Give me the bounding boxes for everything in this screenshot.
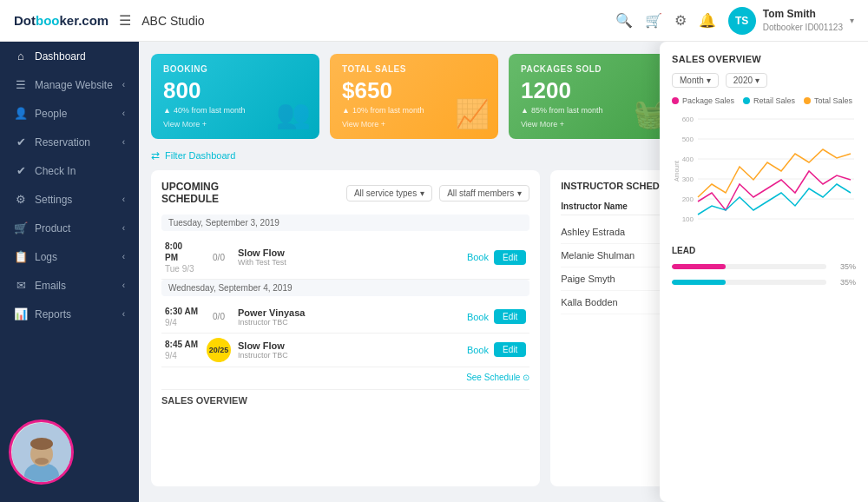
- sales-chart: 600 500 400 300 200 100 Amount: [672, 110, 856, 235]
- edit-button[interactable]: Edit: [494, 250, 526, 265]
- edit-button[interactable]: Edit: [494, 309, 526, 324]
- manage-website-icon: ☰: [14, 78, 28, 91]
- sidebar-item-settings[interactable]: ⚙ Settings ‹: [0, 185, 139, 214]
- book-button[interactable]: Book: [467, 345, 489, 355]
- settings-icon[interactable]: ⚙: [674, 12, 687, 29]
- sidebar-item-product[interactable]: 🛒 Product ‹: [0, 214, 139, 242]
- chevron-down-icon: ▾: [517, 188, 522, 198]
- reservation-icon: ✔: [14, 135, 28, 149]
- service-type-filter[interactable]: All service types ▾: [346, 185, 432, 201]
- stat-card-sales: TOTAL SALES $650 ▲ 10% from last month V…: [330, 54, 498, 139]
- progress-bar-bg: [672, 264, 826, 269]
- sidebar-item-label: Dashboard: [35, 50, 86, 63]
- svg-text:300: 300: [682, 175, 694, 183]
- date-section-2: Wednesday, September 4, 2019: [161, 280, 529, 296]
- reports-icon: 📊: [14, 307, 28, 320]
- schedule-item: 6:30 AM9/4 0/0 Power Vinyasa Instructor …: [161, 301, 529, 334]
- schedule-filters: All service types ▾ All staff members ▾: [346, 185, 529, 201]
- chevron-icon: ‹: [122, 223, 125, 233]
- sidebar-item-logs[interactable]: 📋 Logs ‹: [0, 242, 139, 271]
- soc-filters: Month ▾ 2020 ▾: [672, 73, 856, 88]
- schedule-class: Slow Flow Instructor TBC: [238, 340, 460, 360]
- edit-button[interactable]: Edit: [494, 342, 526, 357]
- filter-icon: ⇄: [151, 149, 160, 162]
- sidebar-item-label: Reports: [35, 308, 71, 320]
- stat-card-packages: PACKAGES SOLD 1200 ▲ 85% from last month…: [509, 54, 677, 139]
- cart-icon[interactable]: 🛒: [645, 12, 662, 29]
- search-icon[interactable]: 🔍: [615, 12, 633, 29]
- year-filter[interactable]: 2020 ▾: [726, 73, 767, 88]
- sales-overview-card: SALES OVERVIEW Month ▾ 2020 ▾ Package Sa…: [660, 42, 868, 502]
- svg-text:200: 200: [682, 195, 694, 203]
- chevron-icon: ‹: [122, 137, 125, 147]
- sidebar-item-check-in[interactable]: ✔ Check In: [0, 156, 139, 185]
- chevron-down-icon: ▾: [850, 16, 854, 25]
- legend-retail-sales: Retail Sales: [743, 96, 795, 105]
- legend-package-sales: Package Sales: [672, 96, 734, 105]
- arrow-up-icon: ▲: [521, 106, 529, 115]
- schedule-time: 8:45 AM9/4: [165, 339, 200, 361]
- sidebar-item-dashboard[interactable]: ⌂ Dashboard: [0, 42, 139, 70]
- sidebar-profile: [9, 419, 74, 485]
- svg-text:100: 100: [682, 215, 694, 223]
- chevron-icon: ‹: [122, 80, 125, 89]
- people-icon: 👤: [14, 107, 28, 120]
- book-button[interactable]: Book: [467, 252, 489, 262]
- notifications-icon[interactable]: 🔔: [699, 12, 716, 29]
- schedule-class: Slow Flow With Test Test: [238, 248, 460, 267]
- see-schedule-link[interactable]: See Schedule ⊙: [161, 373, 529, 382]
- dashboard-icon: ⌂: [14, 50, 28, 63]
- schedule-title: UPCOMINGSCHEDULE: [161, 181, 219, 206]
- book-button[interactable]: Book: [467, 312, 489, 322]
- app-header: Dotbooker.com ☰ ABC Studio 🔍 🛒 ⚙ 🔔 TS To…: [0, 0, 868, 42]
- schedule-capacity: 0/0: [207, 312, 231, 321]
- sidebar-item-people[interactable]: 👤 People ‹: [0, 99, 139, 128]
- studio-name: ABC Studio: [141, 14, 615, 28]
- user-menu[interactable]: TS Tom Smith Dotbooker ID001123 ▾: [728, 7, 854, 35]
- schedule-header: UPCOMINGSCHEDULE All service types ▾ All…: [161, 181, 529, 206]
- svg-point-4: [30, 438, 53, 450]
- sidebar-item-label: Reservation: [35, 136, 90, 149]
- schedule-time: 6:30 AM9/4: [165, 306, 200, 328]
- progress-label: LEAD: [672, 246, 856, 255]
- staff-filter[interactable]: All staff members ▾: [439, 185, 529, 201]
- progress-pct: 35%: [832, 262, 856, 271]
- sidebar-item-reservation[interactable]: ✔ Reservation ‹: [0, 128, 139, 156]
- filter-label: Filter Dashboard: [165, 150, 235, 161]
- chevron-down-icon: ▾: [755, 76, 760, 85]
- progress-fill-blue: [672, 280, 726, 285]
- schedule-actions: Book Edit: [467, 250, 526, 265]
- chevron-icon: ‹: [122, 195, 125, 204]
- sales-label: TOTAL SALES: [342, 64, 486, 74]
- sidebar-item-label: Logs: [35, 251, 57, 263]
- booking-label: BOOKING: [163, 64, 307, 74]
- chevron-icon: ‹: [122, 109, 125, 118]
- sidebar-item-label: Settings: [35, 194, 72, 206]
- chart-legend: Package Sales Retail Sales Total Sales: [672, 96, 856, 105]
- progress-bar-bg: [672, 280, 826, 285]
- settings-icon: ⚙: [14, 193, 28, 206]
- sidebar-item-label: Check In: [35, 165, 76, 177]
- sidebar-item-label: Manage Website: [35, 79, 113, 91]
- menu-toggle-icon[interactable]: ☰: [119, 12, 131, 29]
- schedule-actions: Book Edit: [467, 309, 526, 324]
- emails-icon: ✉: [14, 279, 28, 292]
- app-logo: Dotbooker.com: [14, 13, 108, 28]
- progress-row: 35%: [672, 262, 856, 271]
- svg-text:500: 500: [682, 135, 694, 143]
- progress-row: 35%: [672, 278, 856, 287]
- progress-section: LEAD 35% 35%: [672, 246, 856, 287]
- check-in-icon: ✔: [14, 164, 28, 177]
- sidebar-item-manage-website[interactable]: ☰ Manage Website ‹: [0, 70, 139, 99]
- sidebar: ⌂ Dashboard ☰ Manage Website ‹ 👤 People …: [0, 42, 139, 502]
- svg-text:600: 600: [682, 116, 694, 123]
- sidebar-item-emails[interactable]: ✉ Emails ‹: [0, 271, 139, 300]
- logs-icon: 📋: [14, 250, 28, 263]
- month-filter[interactable]: Month ▾: [672, 73, 719, 88]
- chevron-icon: ‹: [122, 252, 125, 261]
- schedule-capacity-warning: 20/25: [207, 338, 231, 362]
- chevron-down-icon: ▾: [420, 188, 424, 198]
- arrow-up-icon: ▲: [342, 106, 350, 115]
- sidebar-item-reports[interactable]: 📊 Reports ‹: [0, 300, 139, 328]
- user-id: Dotbooker ID001123: [763, 22, 843, 33]
